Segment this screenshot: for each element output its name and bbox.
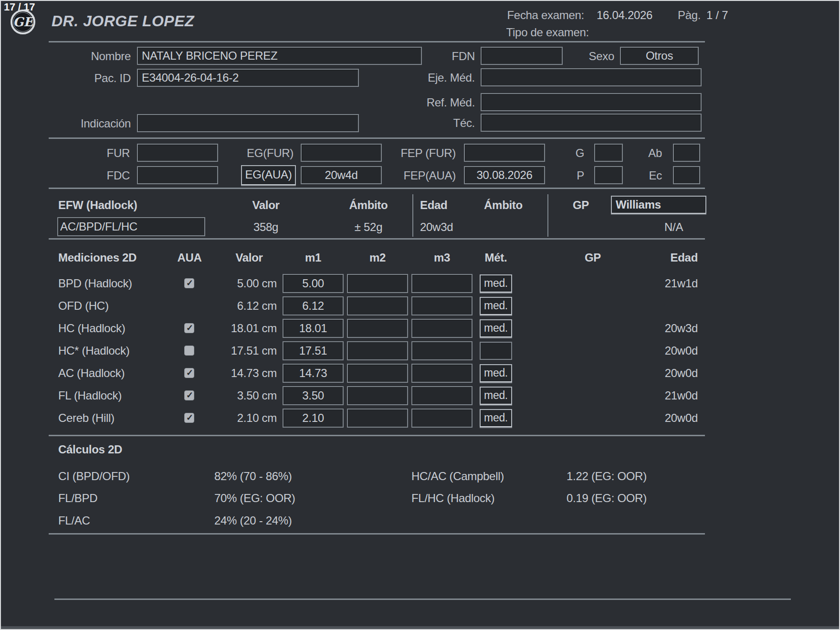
edd-aua-field[interactable]: 30.08.2026: [464, 166, 545, 184]
measurement-value: 6.12 cm: [206, 299, 277, 313]
method-button[interactable]: med.: [480, 409, 512, 427]
aua-checkbox[interactable]: [184, 323, 194, 333]
efw-range2-header: Ámbito: [481, 199, 526, 212]
method-button[interactable]: med.: [480, 364, 512, 382]
method-button[interactable]: [480, 342, 512, 360]
measurement-name: HC* (Hadlock): [58, 344, 129, 357]
bottom-edge: [1, 626, 839, 629]
lmp-field[interactable]: [137, 144, 218, 162]
m1-field[interactable]: 18.01: [283, 319, 344, 338]
measurements-title: Mediciones 2D: [58, 251, 136, 264]
m1-field[interactable]: 6.12: [283, 296, 344, 315]
lmp-label: FUR: [73, 147, 130, 160]
sex-field[interactable]: Otros: [620, 47, 699, 65]
calc-value: 0.19 (EG: OOR): [567, 492, 647, 505]
aua-checkbox[interactable]: [184, 368, 194, 378]
measurement-age: 20w0d: [636, 411, 698, 425]
col-edad: Edad: [636, 251, 698, 264]
divider: [49, 137, 705, 139]
m1-field[interactable]: 3.50: [283, 386, 344, 405]
gravida-field[interactable]: [594, 144, 623, 162]
vertical-divider: [547, 194, 548, 237]
m3-field[interactable]: [411, 409, 472, 428]
m3-field[interactable]: [411, 296, 472, 315]
referring-physician-field[interactable]: [481, 93, 702, 111]
sex-label: Sexo: [555, 50, 614, 63]
para-field[interactable]: [594, 166, 623, 184]
m1-field[interactable]: 14.73: [283, 364, 344, 383]
abortions-label: Ab: [626, 147, 662, 160]
calc-value: 24% (20 - 24%): [214, 514, 292, 527]
para-label: P: [550, 169, 584, 182]
m2-field[interactable]: [347, 364, 408, 383]
efw-formula-field[interactable]: AC/BPD/FL/HC: [57, 217, 205, 236]
dob-label: FDN: [416, 50, 475, 63]
efw-gp-method-field[interactable]: Williams: [611, 196, 706, 214]
fdc-field[interactable]: [137, 166, 218, 184]
dob-field[interactable]: [481, 47, 563, 65]
m1-field[interactable]: 5.00: [283, 274, 344, 293]
aua-checkbox[interactable]: [184, 390, 194, 400]
m2-field[interactable]: [347, 409, 408, 428]
divider: [49, 188, 705, 189]
ectopic-label: Ec: [626, 169, 662, 182]
patient-id-label: Pac. ID: [58, 72, 131, 85]
method-button[interactable]: med.: [480, 274, 512, 293]
calc-label: FL/AC: [58, 514, 90, 527]
measurement-value: 5.00 cm: [206, 277, 277, 290]
m2-field[interactable]: [347, 296, 408, 315]
measurement-value: 3.50 cm: [206, 389, 277, 402]
edd-lmp-label: FEP (FUR): [383, 147, 456, 160]
efw-value-header: Valor: [235, 199, 297, 212]
aua-checkbox[interactable]: [184, 346, 194, 356]
vertical-divider: [412, 194, 413, 237]
measurement-value: 17.51 cm: [206, 344, 277, 357]
ga-aua-button[interactable]: EG(AUA): [241, 165, 296, 185]
m2-field[interactable]: [347, 274, 408, 293]
divider: [49, 238, 705, 240]
m3-field[interactable]: [411, 364, 472, 383]
method-button[interactable]: med.: [480, 319, 512, 337]
efw-age-header: Edad: [420, 199, 447, 212]
name-field[interactable]: NATALY BRICENO PEREZ: [137, 47, 422, 65]
page-label: Pàg.: [678, 9, 701, 22]
ectopic-field[interactable]: [673, 166, 700, 184]
m2-field[interactable]: [347, 319, 408, 338]
m3-field[interactable]: [411, 341, 472, 360]
efw-gp-label: GP: [573, 199, 589, 212]
calc-label: CI (BPD/OFD): [58, 470, 130, 483]
technician-field[interactable]: [481, 114, 702, 132]
measurement-name: AC (Hadlock): [58, 367, 125, 380]
abortions-field[interactable]: [673, 144, 700, 162]
ga-lmp-label: EG(FUR): [224, 147, 294, 160]
ga-aua-field[interactable]: 20w4d: [301, 166, 382, 184]
m3-field[interactable]: [411, 386, 472, 405]
col-m1: m1: [283, 251, 344, 264]
calc-value: 82% (70 - 86%): [214, 470, 292, 483]
m3-field[interactable]: [411, 274, 472, 293]
m3-field[interactable]: [411, 319, 472, 338]
divider: [49, 533, 705, 535]
measurement-age: 21w1d: [636, 277, 698, 290]
method-button[interactable]: med.: [480, 387, 512, 405]
measurement-age: 20w3d: [636, 322, 698, 335]
aua-checkbox[interactable]: [184, 413, 194, 423]
ga-lmp-field[interactable]: [301, 144, 382, 162]
m2-field[interactable]: [347, 341, 408, 360]
indication-label: Indicación: [58, 117, 131, 130]
col-gp: GP: [576, 251, 609, 264]
page-number: 1 / 7: [706, 9, 728, 22]
m1-field[interactable]: 17.51: [283, 341, 344, 360]
aua-checkbox[interactable]: [184, 278, 194, 288]
m1-field[interactable]: 2.10: [283, 409, 344, 428]
indication-field[interactable]: [137, 114, 359, 132]
performing-physician-field[interactable]: [481, 68, 702, 86]
m2-field[interactable]: [347, 386, 408, 405]
efw-range: ± 52g: [335, 220, 402, 234]
edd-lmp-field[interactable]: [464, 144, 545, 162]
measurement-name: FL (Hadlock): [58, 389, 122, 402]
calculations-title: Cálculos 2D: [58, 443, 122, 456]
method-button[interactable]: med.: [480, 297, 512, 315]
divider: [49, 41, 705, 42]
patient-id-field[interactable]: E34004-26-04-16-2: [137, 69, 359, 87]
